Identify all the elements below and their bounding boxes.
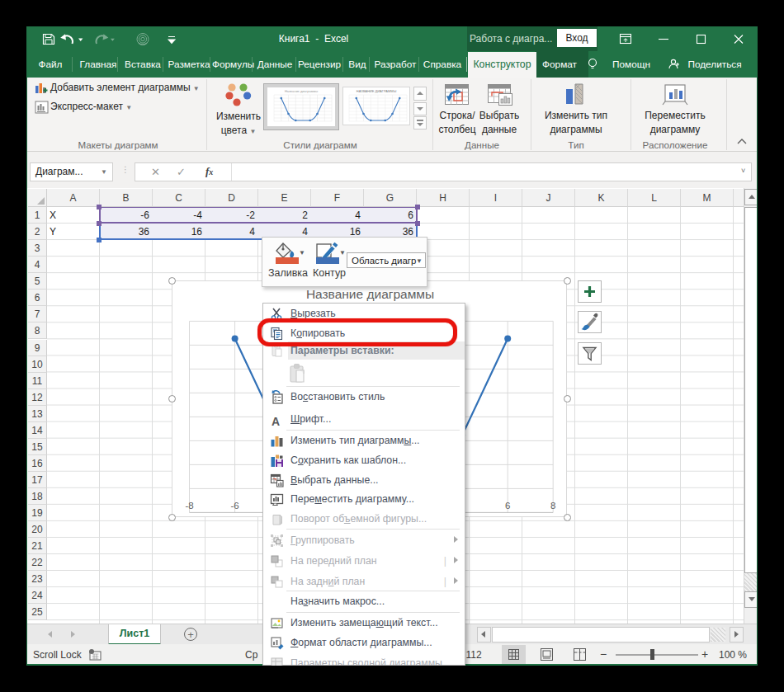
svg-text:6: 6 xyxy=(505,501,510,511)
svg-text:-8: -8 xyxy=(185,501,193,511)
svg-text:Название диаграммы: Название диаграммы xyxy=(285,89,318,93)
svg-text:-6: -6 xyxy=(230,501,239,511)
svg-text:8: 8 xyxy=(550,501,555,511)
svg-text:НАЗВАНИЕ ДИАГРАММЫ: НАЗВАНИЕ ДИАГРАММЫ xyxy=(357,89,397,93)
